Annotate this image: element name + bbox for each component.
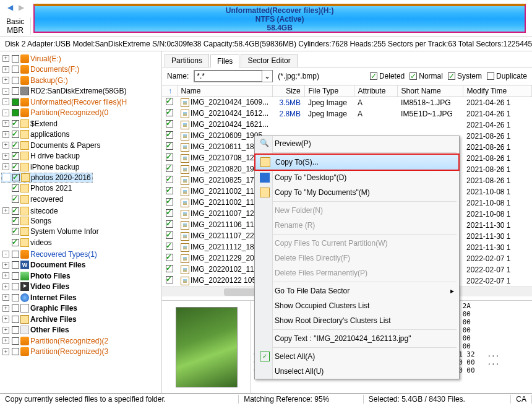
tree-toggle-icon[interactable]: - bbox=[2, 98, 9, 105]
tree-item[interactable]: +Documents(F:) bbox=[1, 65, 80, 74]
file-checkbox[interactable] bbox=[166, 176, 173, 183]
name-filter-input[interactable] bbox=[194, 71, 262, 82]
menu-goto-sector[interactable]: Go To File Data Sector bbox=[255, 283, 459, 298]
tree-checkbox[interactable] bbox=[12, 87, 19, 95]
file-row[interactable]: IMG_20210424_1612...2.8MBJpeg ImageAIM5E… bbox=[162, 108, 532, 119]
tree-toggle-icon[interactable]: + bbox=[2, 294, 9, 301]
tree-checkbox[interactable] bbox=[12, 131, 19, 138]
filter-deleted-checkbox[interactable]: ✓Deleted bbox=[370, 72, 405, 80]
file-checkbox[interactable] bbox=[166, 109, 173, 116]
tree-toggle-icon[interactable]: + bbox=[2, 327, 9, 334]
tree-checkbox[interactable] bbox=[12, 217, 19, 225]
file-checkbox[interactable] bbox=[166, 142, 173, 150]
tree-checkbox[interactable] bbox=[12, 228, 19, 235]
tree-item[interactable]: +Documents & Papers bbox=[1, 141, 101, 150]
tree-item[interactable]: +applications bbox=[1, 130, 71, 139]
up-folder-icon[interactable]: ↑ bbox=[166, 87, 172, 95]
tree-checkbox[interactable] bbox=[12, 239, 19, 246]
tree-item[interactable]: +Internet Files bbox=[1, 293, 78, 302]
tree-toggle-icon[interactable]: - bbox=[2, 110, 9, 116]
tree-item[interactable]: +Video Files bbox=[1, 282, 71, 291]
col-modify[interactable]: Modify Time bbox=[463, 85, 531, 97]
tree-toggle-icon[interactable]: + bbox=[2, 66, 9, 73]
file-checkbox[interactable] bbox=[166, 209, 173, 217]
tree-item[interactable]: photos 2020-2016 bbox=[1, 173, 93, 183]
file-checkbox[interactable] bbox=[166, 243, 173, 250]
col-name[interactable]: Name bbox=[177, 85, 272, 97]
tree-item[interactable]: +Other Files bbox=[1, 326, 71, 334]
tab-files[interactable]: Files bbox=[210, 54, 239, 67]
menu-show-occupied[interactable]: Show Occupied Clusters List bbox=[255, 298, 459, 313]
tab-sector-editor[interactable]: Sector Editor bbox=[241, 54, 297, 67]
tree-checkbox[interactable] bbox=[12, 109, 19, 116]
file-checkbox[interactable] bbox=[166, 187, 173, 194]
filter-system-checkbox[interactable]: ✓System bbox=[448, 72, 482, 80]
tree-toggle-icon[interactable]: + bbox=[2, 272, 9, 279]
tree-checkbox[interactable] bbox=[12, 77, 19, 84]
tree-checkbox[interactable] bbox=[12, 55, 19, 63]
file-checkbox[interactable] bbox=[166, 120, 173, 127]
tree-checkbox[interactable] bbox=[12, 251, 19, 258]
file-checkbox[interactable] bbox=[166, 265, 173, 272]
tree-checkbox[interactable] bbox=[12, 66, 19, 73]
menu-copy-text[interactable]: Copy Text : "IMG_20210424_162113.jpg" bbox=[255, 331, 459, 346]
tree-checkbox[interactable] bbox=[12, 142, 19, 149]
tree-checkbox[interactable] bbox=[12, 207, 19, 215]
file-checkbox[interactable] bbox=[166, 276, 173, 283]
tree-item[interactable]: Songs bbox=[1, 217, 53, 225]
partition-bar[interactable]: Unformatted(Recover files)(H:) NTFS (Act… bbox=[33, 4, 526, 33]
tree-item[interactable]: +Virual(E:) bbox=[1, 54, 62, 63]
menu-preview[interactable]: 🔍Preview(P) bbox=[255, 136, 459, 151]
file-checkbox[interactable] bbox=[166, 254, 173, 261]
tree-checkbox[interactable] bbox=[12, 120, 19, 127]
tree-item[interactable]: +sitecode bbox=[1, 207, 59, 215]
tree-toggle-icon[interactable]: + bbox=[2, 305, 9, 312]
tree-item[interactable]: +Partition(Recognized)(3 bbox=[1, 347, 109, 356]
menu-select-all[interactable]: ✓Select All(A) bbox=[255, 349, 459, 364]
tree-item[interactable]: -Partition(Recognized)(0 bbox=[1, 108, 109, 117]
tree-toggle-icon[interactable]: - bbox=[2, 88, 9, 95]
tree-checkbox[interactable] bbox=[12, 283, 19, 290]
tree-checkbox[interactable] bbox=[12, 98, 19, 106]
tree-toggle-icon[interactable]: + bbox=[2, 348, 9, 355]
tree-checkbox[interactable] bbox=[12, 348, 19, 355]
tree-item[interactable]: +iPhone backup bbox=[1, 163, 80, 171]
tree-checkbox[interactable] bbox=[12, 294, 19, 301]
file-row[interactable]: IMG_20210424_1609...3.5MBJpeg ImageAIM85… bbox=[162, 97, 532, 108]
tree-item[interactable]: +Backup(G:) bbox=[1, 76, 69, 85]
tree-item[interactable]: +Archive Files bbox=[1, 315, 78, 324]
tree-toggle-icon[interactable]: + bbox=[2, 77, 9, 84]
tree-item[interactable]: Photos 2021 bbox=[1, 184, 73, 192]
file-row[interactable]: IMG_20210424_1621...2021-04-26 1 bbox=[162, 119, 532, 131]
file-checkbox[interactable] bbox=[166, 131, 173, 139]
tree-toggle-icon[interactable]: + bbox=[2, 262, 9, 269]
tree-item[interactable]: +H drive backup bbox=[1, 152, 81, 160]
col-attribute[interactable]: Attribute bbox=[354, 85, 397, 97]
col-filetype[interactable]: File Type bbox=[304, 85, 354, 97]
tree-checkbox[interactable] bbox=[12, 326, 19, 334]
tree-checkbox[interactable] bbox=[12, 316, 19, 323]
filter-normal-checkbox[interactable]: ✓Normal bbox=[410, 72, 443, 80]
file-checkbox[interactable] bbox=[166, 98, 173, 105]
filter-duplicate-checkbox[interactable]: Duplicate bbox=[487, 72, 527, 80]
partition-tree[interactable]: +Virual(E:)+Documents(F:)+Backup(G:)-RD2… bbox=[0, 51, 162, 393]
menu-unselect-all[interactable]: Unselect All(U) bbox=[255, 364, 459, 379]
tree-item[interactable]: +Graphic Files bbox=[1, 304, 79, 313]
tree-toggle-icon[interactable]: + bbox=[2, 283, 9, 290]
tree-checkbox[interactable] bbox=[12, 163, 19, 171]
tree-item[interactable]: +Photo Files bbox=[1, 272, 72, 280]
tree-item[interactable]: System Volume Infor bbox=[1, 227, 100, 236]
tree-toggle-icon[interactable]: + bbox=[2, 163, 9, 170]
file-checkbox[interactable] bbox=[166, 198, 173, 205]
col-size[interactable]: Size bbox=[272, 85, 304, 97]
tab-partitions[interactable]: Partitions bbox=[165, 54, 209, 67]
file-checkbox[interactable] bbox=[166, 220, 173, 228]
tree-toggle-icon[interactable]: - bbox=[2, 251, 9, 257]
nav-back-icon[interactable]: ◀ bbox=[5, 2, 15, 12]
tree-checkbox[interactable] bbox=[12, 174, 20, 181]
tree-item[interactable]: -RD2:SanDiskExtreme(58GB) bbox=[1, 87, 127, 95]
tree-toggle-icon[interactable]: + bbox=[2, 153, 9, 160]
tree-item[interactable]: -Unformatted(Recover files)(H bbox=[1, 98, 128, 106]
file-checkbox[interactable] bbox=[166, 153, 173, 161]
tree-checkbox[interactable] bbox=[12, 272, 19, 280]
